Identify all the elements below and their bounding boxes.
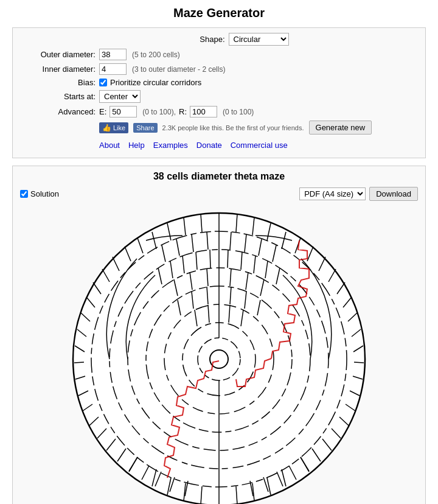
- advanced-r-hint: (0 to 100): [223, 108, 254, 116]
- facebook-area: 👍 Like Share 2.3K people like this. Be t…: [99, 121, 372, 135]
- page-title: Maze Generator: [12, 6, 426, 20]
- starts-at-control: Center Edge: [99, 90, 141, 103]
- advanced-control: E: (0 to 100), R: (0 to 100): [99, 106, 254, 117]
- facebook-share-button[interactable]: Share: [133, 123, 157, 133]
- maze-controls: Solution PDF (A4 size) PDF (Letter) SVG …: [20, 187, 418, 201]
- links-area: About Help Examples Donate Commercial us…: [99, 141, 288, 150]
- outer-diameter-row: Outer diameter: (5 to 200 cells): [20, 49, 418, 60]
- starts-at-row: Starts at: Center Edge: [20, 90, 418, 103]
- solution-checkbox-area: Solution: [20, 189, 59, 198]
- advanced-e-hint: (0 to 100),: [142, 108, 176, 116]
- bias-control: Prioritize circular corridors: [99, 78, 201, 87]
- starts-at-label: Starts at:: [20, 92, 99, 101]
- shape-select[interactable]: Circular Rectangular Triangular Hexagona…: [229, 33, 289, 46]
- svg-line-46: [74, 362, 84, 363]
- advanced-label: Advanced:: [20, 107, 99, 116]
- advanced-r-label: R:: [179, 107, 187, 116]
- advanced-e-input[interactable]: [109, 106, 137, 117]
- maze-svg: [43, 207, 395, 504]
- thumbs-up-icon: 👍: [102, 124, 111, 132]
- social-text: 2.3K people like this. Be the first of y…: [162, 124, 304, 131]
- format-select[interactable]: PDF (A4 size) PDF (Letter) SVG PNG: [299, 187, 366, 200]
- like-label: Like: [113, 124, 125, 131]
- social-row: 👍 Like Share 2.3K people like this. Be t…: [20, 121, 418, 138]
- svg-line-27: [354, 362, 364, 363]
- settings-form: Shape: Circular Rectangular Triangular H…: [12, 27, 426, 158]
- bias-checkbox[interactable]: [99, 79, 107, 86]
- inner-diameter-label: Inner diameter:: [20, 65, 99, 74]
- maze-display: [20, 207, 418, 504]
- solution-checkbox[interactable]: [20, 190, 28, 198]
- advanced-r-input[interactable]: [190, 106, 217, 117]
- download-area: PDF (A4 size) PDF (Letter) SVG PNG Downl…: [299, 187, 418, 201]
- inner-diameter-input[interactable]: [99, 63, 127, 75]
- solution-label: Solution: [30, 189, 59, 198]
- facebook-like-button[interactable]: 👍 Like: [99, 122, 128, 133]
- inner-diameter-hint: (3 to outer diameter - 2 cells): [132, 65, 225, 74]
- shape-row: Shape: Circular Rectangular Triangular H…: [20, 33, 418, 46]
- maze-section: 38 cells diameter theta maze Solution PD…: [12, 166, 426, 504]
- advanced-row: Advanced: E: (0 to 100), R: (0 to 100): [20, 106, 418, 117]
- starts-at-select[interactable]: Center Edge: [99, 90, 141, 103]
- advanced-e-label: E:: [99, 107, 106, 116]
- shape-label: Shape:: [150, 35, 229, 44]
- about-link[interactable]: About: [99, 141, 120, 150]
- outer-diameter-hint: (5 to 200 cells): [132, 51, 180, 59]
- bias-row: Bias: Prioritize circular corridors: [20, 78, 418, 87]
- examples-link[interactable]: Examples: [153, 141, 188, 150]
- generate-button[interactable]: Generate new: [309, 121, 372, 135]
- outer-diameter-control: (5 to 200 cells): [99, 49, 180, 60]
- links-row: About Help Examples Donate Commercial us…: [20, 141, 418, 150]
- commercial-link[interactable]: Commercial use: [231, 141, 288, 150]
- download-button[interactable]: Download: [369, 187, 418, 201]
- svg-line-72: [228, 250, 228, 268]
- help-link[interactable]: Help: [128, 141, 145, 150]
- maze-title: 38 cells diameter theta maze: [20, 171, 418, 182]
- outer-diameter-label: Outer diameter:: [20, 50, 99, 59]
- svg-line-77: [210, 250, 210, 268]
- bias-label: Bias:: [20, 78, 99, 87]
- donate-link[interactable]: Donate: [196, 141, 222, 150]
- inner-diameter-control: (3 to outer diameter - 2 cells): [99, 63, 225, 75]
- outer-diameter-input[interactable]: [99, 49, 127, 60]
- shape-control: Circular Rectangular Triangular Hexagona…: [229, 33, 289, 46]
- bias-text: Prioritize circular corridors: [110, 78, 201, 87]
- inner-diameter-row: Inner diameter: (3 to outer diameter - 2…: [20, 63, 418, 75]
